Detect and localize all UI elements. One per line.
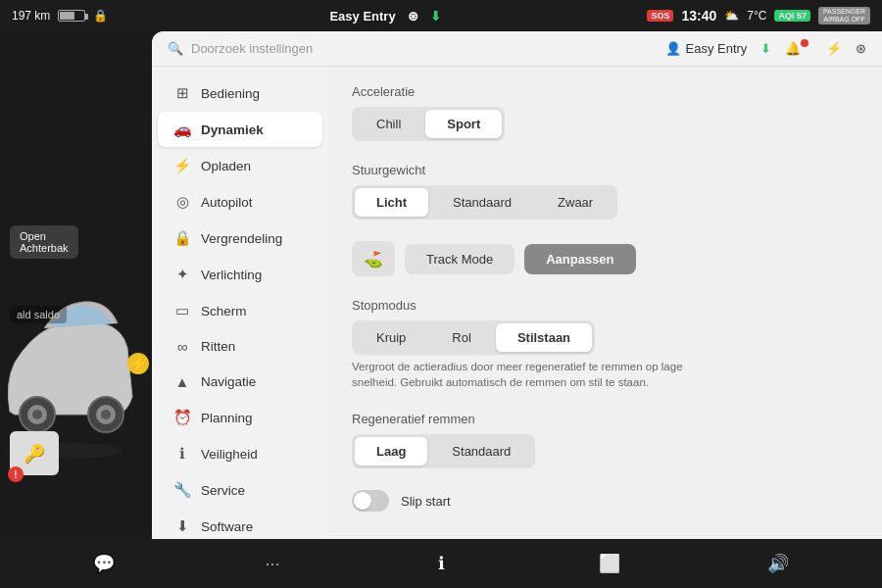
bottom-card-icon[interactable]: ⬜	[590, 544, 629, 583]
sidebar-item-software[interactable]: ⬇ Software	[158, 509, 322, 539]
stopmodus-stilstaan-btn[interactable]: Stilstaan	[496, 323, 592, 352]
dynamiek-content: Acceleratie Chill Sport Stuurgewicht Lic…	[328, 67, 882, 539]
easy-entry-status: Easy Entry	[329, 9, 395, 24]
sos-badge: SOS	[647, 10, 673, 22]
ritten-label: Ritten	[201, 339, 235, 354]
bottom-info-icon[interactable]: ℹ	[421, 544, 461, 583]
acceleratie-chill-btn[interactable]: Chill	[355, 110, 422, 138]
acceleratie-btn-group: Chill Sport	[352, 107, 505, 141]
stopmodus-description: Vergroot de actieradius door meer regene…	[352, 359, 685, 390]
stuurgewicht-section: Stuurgewicht Licht Standaard Zwaar	[352, 163, 858, 220]
search-bar: 🔍 Doorzoek instellingen 👤 Easy Entry ⬇ 🔔…	[152, 31, 882, 67]
bell-icon[interactable]: 🔔	[785, 41, 812, 56]
track-mode-section: ⛳ Track Mode Aanpassen	[352, 241, 858, 276]
download-icon[interactable]: ⬇	[760, 41, 771, 56]
opladen-label: Opladen	[201, 159, 251, 173]
dynamiek-icon: 🚗	[173, 121, 191, 138]
sidebar: ⊞ Bediening 🚗 Dynamiek ⚡ Opladen ◎ Autop…	[152, 67, 328, 539]
keys-icon: 🔑	[24, 443, 45, 465]
autopilot-label: Autopilot	[201, 195, 253, 210]
scherm-icon: ▭	[173, 302, 191, 319]
stuurgewicht-zwaar-btn[interactable]: Zwaar	[536, 188, 614, 217]
content-area: ⊞ Bediening 🚗 Dynamiek ⚡ Opladen ◎ Autop…	[152, 67, 882, 539]
svg-point-6	[101, 410, 111, 419]
time-display: 13:40	[681, 8, 716, 24]
stopmodus-title: Stopmodus	[352, 298, 858, 313]
easy-entry-text: Easy Entry	[686, 41, 748, 56]
lightning-badge: ⚡	[127, 353, 149, 374]
bottom-dots-icon[interactable]: ···	[253, 544, 292, 583]
verlichting-label: Verlichting	[201, 268, 262, 282]
stopmodus-kruip-btn[interactable]: Kruip	[355, 323, 427, 352]
navigatie-label: Navigatie	[201, 374, 256, 389]
sidebar-item-dynamiek[interactable]: 🚗 Dynamiek	[158, 112, 322, 147]
search-placeholder[interactable]: Doorzoek instellingen	[191, 41, 313, 56]
sidebar-item-navigatie[interactable]: ▲ Navigatie	[158, 365, 322, 399]
lock-icon: 🔒	[93, 9, 108, 23]
settings-panel: 🔍 Doorzoek instellingen 👤 Easy Entry ⬇ 🔔…	[152, 31, 882, 539]
regeneratief-section: Regeneratief remmen Laag Standaard	[352, 412, 858, 468]
bottom-chat-icon[interactable]: 💬	[84, 544, 123, 583]
alert-badge: !	[8, 466, 24, 482]
aanpassen-btn[interactable]: Aanpassen	[524, 244, 635, 274]
track-icon-button[interactable]: ⛳	[352, 241, 395, 276]
bottom-speaker-icon[interactable]: 🔊	[759, 544, 798, 583]
navigatie-icon: ▲	[173, 373, 191, 390]
sidebar-item-planning[interactable]: ⏰ Planning	[158, 400, 322, 435]
search-left: 🔍 Doorzoek instellingen	[168, 41, 313, 56]
stuurgewicht-standaard-btn[interactable]: Standaard	[431, 188, 533, 217]
sidebar-item-vergrendeling[interactable]: 🔒 Vergrendeling	[158, 220, 322, 256]
person-icon: 👤	[665, 41, 681, 56]
saldo-label: ald saldo	[10, 306, 67, 323]
verlichting-icon: ✦	[173, 266, 191, 283]
track-mode-row: ⛳ Track Mode Aanpassen	[352, 241, 858, 276]
regeneratief-title: Regeneratief remmen	[352, 412, 858, 426]
sidebar-item-opladen[interactable]: ⚡ Opladen	[158, 148, 322, 183]
veiligheid-label: Veiligheid	[201, 447, 258, 462]
service-label: Service	[201, 483, 245, 498]
regeneratief-laag-btn[interactable]: Laag	[355, 437, 427, 466]
slip-start-toggle[interactable]	[352, 490, 389, 512]
temp-display: 7°C	[747, 9, 766, 23]
sidebar-item-verlichting[interactable]: ✦ Verlichting	[158, 257, 322, 292]
aqi-badge: AQI 57	[774, 10, 810, 22]
search-icon: 🔍	[168, 41, 183, 56]
ritten-icon: ∞	[173, 338, 191, 355]
stopmodus-rol-btn[interactable]: Rol	[430, 323, 493, 352]
sidebar-item-bediening[interactable]: ⊞ Bediening	[158, 75, 322, 111]
bluetooth-icon[interactable]: ⚡	[826, 41, 842, 56]
vergrendeling-icon: 🔒	[173, 229, 191, 247]
battery-indicator	[58, 10, 85, 22]
bediening-label: Bediening	[201, 86, 260, 101]
stopmodus-section: Stopmodus Kruip Rol Stilstaan Vergroot d…	[352, 298, 858, 390]
service-icon: 🔧	[173, 481, 191, 499]
acceleratie-section: Acceleratie Chill Sport	[352, 84, 858, 141]
charge-icon: ⬇	[430, 9, 441, 24]
opladen-icon: ⚡	[173, 157, 191, 174]
car-name	[116, 9, 122, 24]
planning-icon: ⏰	[173, 409, 191, 426]
wifi-icon-header[interactable]: ⊛	[856, 41, 866, 56]
bottom-bar: 💬 ··· ℹ ⬜ 🔊	[0, 539, 882, 588]
sidebar-item-service[interactable]: 🔧 Service	[158, 472, 322, 508]
sidebar-item-autopilot[interactable]: ◎ Autopilot	[158, 184, 322, 220]
status-bar: 197 km 🔒 Easy Entry ⊛ ⬇ SOS 13:40 ⛅ 7°C …	[0, 0, 882, 31]
stuurgewicht-btn-group: Licht Standaard Zwaar	[352, 185, 617, 220]
stuurgewicht-licht-btn[interactable]: Licht	[355, 188, 428, 217]
regeneratief-standaard-btn[interactable]: Standaard	[430, 437, 532, 466]
sidebar-item-scherm[interactable]: ▭ Scherm	[158, 293, 322, 328]
passenger-airbag-badge: PASSENGERAIRBAG OFF	[818, 7, 870, 25]
slip-start-label: Slip start	[401, 494, 451, 509]
track-mode-btn[interactable]: Track Mode	[405, 244, 514, 274]
sidebar-item-veiligheid[interactable]: ℹ Veiligheid	[158, 436, 322, 471]
checkered-flag-icon: ⛳	[364, 250, 383, 269]
status-left: 197 km 🔒	[12, 9, 123, 24]
planning-label: Planning	[201, 411, 253, 425]
dynamiek-label: Dynamiek	[201, 122, 264, 137]
sidebar-item-ritten[interactable]: ∞ Ritten	[158, 329, 322, 364]
wifi-icon: ⊛	[408, 9, 418, 24]
battery-fill	[60, 12, 74, 20]
status-right: SOS 13:40 ⛅ 7°C AQI 57 PASSENGERAIRBAG O…	[647, 7, 870, 25]
acceleratie-sport-btn[interactable]: Sport	[425, 110, 502, 138]
status-center: Easy Entry ⊛ ⬇	[329, 9, 440, 24]
